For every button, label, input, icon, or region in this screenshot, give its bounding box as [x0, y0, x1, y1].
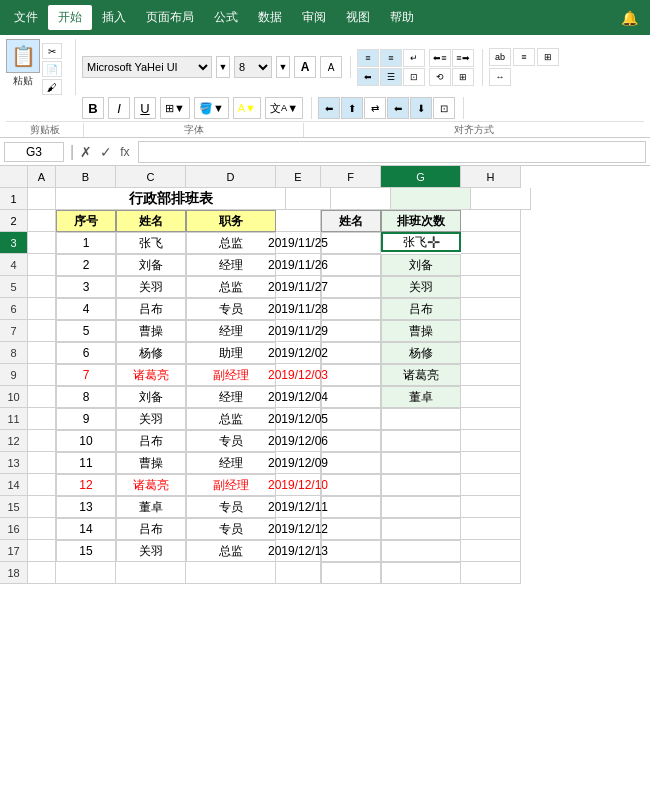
- cell-E18[interactable]: [276, 562, 321, 584]
- menu-view[interactable]: 视图: [336, 5, 380, 30]
- cell-F10[interactable]: [321, 386, 381, 408]
- cell-B17[interactable]: 15: [56, 540, 116, 562]
- col-header-C[interactable]: C: [116, 166, 186, 188]
- cell-F16[interactable]: [321, 518, 381, 540]
- cell-C10[interactable]: 刘备: [116, 386, 186, 408]
- cell-E5[interactable]: 2019/11/27: [276, 276, 321, 298]
- cell-H5[interactable]: [461, 276, 521, 298]
- cell-H4[interactable]: [461, 254, 521, 276]
- font-increase-button[interactable]: A: [294, 56, 316, 78]
- align-r4[interactable]: ⬅: [387, 97, 409, 119]
- menu-data[interactable]: 数据: [248, 5, 292, 30]
- row-header-6[interactable]: 6: [0, 298, 28, 320]
- row-header-1[interactable]: 1: [0, 188, 28, 210]
- cell-C13[interactable]: 曹操: [116, 452, 186, 474]
- cell-E10[interactable]: 2019/12/04: [276, 386, 321, 408]
- cell-F15[interactable]: [321, 496, 381, 518]
- cell-B13[interactable]: 11: [56, 452, 116, 474]
- cell-A10[interactable]: [28, 386, 56, 408]
- insert-function-button[interactable]: fx: [116, 145, 133, 159]
- row-header-8[interactable]: 8: [0, 342, 28, 364]
- cell-A6[interactable]: [28, 298, 56, 320]
- cell-H7[interactable]: [461, 320, 521, 342]
- text-direction-button[interactable]: ⟲: [429, 68, 451, 86]
- cell-F8[interactable]: [321, 342, 381, 364]
- cell-A15[interactable]: [28, 496, 56, 518]
- cell-E4[interactable]: 2019/11/26: [276, 254, 321, 276]
- cell-D3[interactable]: 总监: [186, 232, 276, 254]
- format-painter-button[interactable]: 🖌: [42, 79, 62, 95]
- cell-B1[interactable]: 行政部排班表: [56, 188, 286, 210]
- align-left-button[interactable]: ⬅: [357, 68, 379, 86]
- col-header-E[interactable]: E: [276, 166, 321, 188]
- cell-G8[interactable]: 杨修: [381, 342, 461, 364]
- cell-C9[interactable]: 诸葛亮: [116, 364, 186, 386]
- cell-A8[interactable]: [28, 342, 56, 364]
- menu-insert[interactable]: 插入: [92, 5, 136, 30]
- cell-G16[interactable]: [381, 518, 461, 540]
- cell-F5[interactable]: [321, 276, 381, 298]
- cell-D5[interactable]: 总监: [186, 276, 276, 298]
- cell-G10[interactable]: 董卓: [381, 386, 461, 408]
- cell-B6[interactable]: 4: [56, 298, 116, 320]
- cell-B18[interactable]: [56, 562, 116, 584]
- align-r3[interactable]: ⇄: [364, 97, 386, 119]
- copy-button[interactable]: 📄: [42, 61, 62, 77]
- cell-H10[interactable]: [461, 386, 521, 408]
- cell-E17[interactable]: 2019/12/13: [276, 540, 321, 562]
- cell-D6[interactable]: 专员: [186, 298, 276, 320]
- cell-D17[interactable]: 总监: [186, 540, 276, 562]
- cell-H14[interactable]: [461, 474, 521, 496]
- cell-G15[interactable]: [381, 496, 461, 518]
- cell-C14[interactable]: 诸葛亮: [116, 474, 186, 496]
- cell-C17[interactable]: 关羽: [116, 540, 186, 562]
- cell-H18[interactable]: [461, 562, 521, 584]
- menu-home[interactable]: 开始: [48, 5, 92, 30]
- row-header-12[interactable]: 12: [0, 430, 28, 452]
- font-family-dropdown-icon[interactable]: ▼: [216, 56, 230, 78]
- cell-F6[interactable]: [321, 298, 381, 320]
- col-header-D[interactable]: D: [186, 166, 276, 188]
- cell-A5[interactable]: [28, 276, 56, 298]
- row-header-18[interactable]: 18: [0, 562, 28, 584]
- misc-btn2[interactable]: ↔: [489, 68, 511, 86]
- cell-B10[interactable]: 8: [56, 386, 116, 408]
- cell-C2[interactable]: 姓名: [116, 210, 186, 232]
- cell-H3[interactable]: [461, 232, 521, 254]
- cell-D16[interactable]: 专员: [186, 518, 276, 540]
- cell-C3[interactable]: 张飞: [116, 232, 186, 254]
- border-button[interactable]: ⊞▼: [160, 97, 190, 119]
- cell-F18[interactable]: [321, 562, 381, 584]
- row-header-4[interactable]: 4: [0, 254, 28, 276]
- cell-B15[interactable]: 13: [56, 496, 116, 518]
- cell-H6[interactable]: [461, 298, 521, 320]
- cell-D11[interactable]: 总监: [186, 408, 276, 430]
- align-r1[interactable]: ⬅: [318, 97, 340, 119]
- row-header-5[interactable]: 5: [0, 276, 28, 298]
- cell-E7[interactable]: 2019/11/29: [276, 320, 321, 342]
- align-center-button[interactable]: ☰: [380, 68, 402, 86]
- cell-H9[interactable]: [461, 364, 521, 386]
- cancel-formula-button[interactable]: ✗: [76, 144, 96, 160]
- cell-B14[interactable]: 12: [56, 474, 116, 496]
- fill-color-button[interactable]: 🪣▼: [194, 97, 229, 119]
- cell-G1[interactable]: [391, 188, 471, 210]
- cell-D4[interactable]: 经理: [186, 254, 276, 276]
- cell-C12[interactable]: 吕布: [116, 430, 186, 452]
- cell-D10[interactable]: 经理: [186, 386, 276, 408]
- cell-G2[interactable]: 排班次数: [381, 210, 461, 232]
- cell-D13[interactable]: 经理: [186, 452, 276, 474]
- number-format-button[interactable]: ab: [489, 48, 511, 66]
- indent-increase-button[interactable]: ≡➡: [452, 49, 474, 67]
- cell-A3[interactable]: [28, 232, 56, 254]
- cell-G3[interactable]: 张飞✛: [381, 232, 461, 252]
- menu-formula[interactable]: 公式: [204, 5, 248, 30]
- cell-B3[interactable]: 1: [56, 232, 116, 254]
- cell-E14[interactable]: 2019/12/10: [276, 474, 321, 496]
- cell-G9[interactable]: 诸葛亮: [381, 364, 461, 386]
- row-header-3[interactable]: 3: [0, 232, 28, 254]
- cell-D15[interactable]: 专员: [186, 496, 276, 518]
- col-header-B[interactable]: B: [56, 166, 116, 188]
- row-header-14[interactable]: 14: [0, 474, 28, 496]
- cell-G5[interactable]: 关羽: [381, 276, 461, 298]
